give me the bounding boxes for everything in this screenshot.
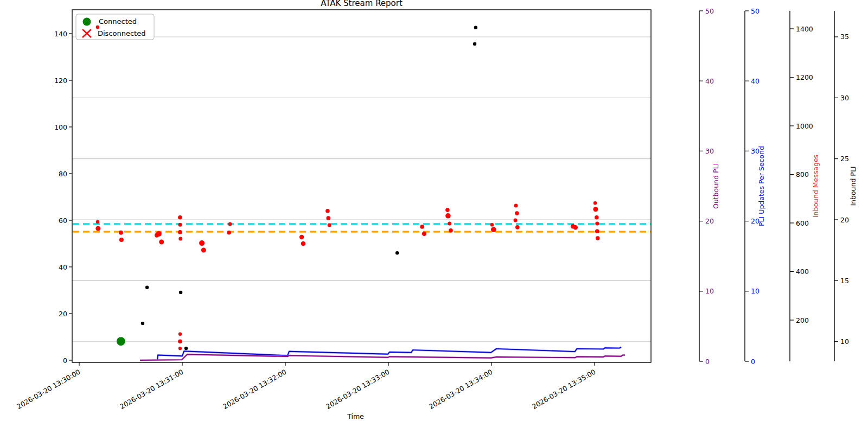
svg-text:1200: 1200 (796, 73, 813, 81)
inbound-pli-scatter (141, 26, 477, 350)
svg-text:Inbound PLI: Inbound PLI (849, 166, 857, 206)
svg-text:50: 50 (751, 7, 760, 15)
svg-text:PLI Updates Per Second: PLI Updates Per Second (757, 146, 765, 226)
outbound-pli-line (140, 354, 625, 360)
svg-text:1400: 1400 (796, 25, 813, 33)
legend-connected-label: Connected (99, 17, 137, 25)
chart-canvas: 0204060801001201402026-03-20 13:30:00202… (0, 0, 868, 434)
svg-text:40: 40 (751, 77, 760, 85)
svg-text:Outbound PLI: Outbound PLI (712, 163, 720, 209)
svg-text:30: 30 (705, 147, 714, 155)
svg-text:1000: 1000 (796, 122, 813, 130)
svg-text:140: 140 (54, 30, 67, 38)
svg-text:40: 40 (59, 263, 67, 271)
y-axis-left: 020406080100120140 (54, 30, 72, 365)
plot-frame (72, 10, 651, 362)
svg-text:100: 100 (54, 123, 67, 131)
right-axis-outbound-pli: 01020304050Outbound PLI (699, 7, 720, 366)
svg-text:20: 20 (840, 216, 849, 224)
svg-text:400: 400 (796, 267, 809, 276)
atak-stream-report-figure: 0204060801001201402026-03-20 13:30:00202… (0, 0, 868, 434)
legend-overlap-dot (96, 25, 99, 29)
svg-text:15: 15 (840, 277, 849, 285)
svg-text:2026-03-20 13:34:00: 2026-03-20 13:34:00 (427, 368, 494, 411)
svg-text:10: 10 (705, 287, 714, 295)
svg-text:25: 25 (840, 155, 849, 163)
svg-text:30: 30 (840, 94, 849, 102)
svg-text:200: 200 (796, 316, 809, 324)
svg-text:0: 0 (751, 358, 755, 366)
x-axis: 2026-03-20 13:30:002026-03-20 13:31:0020… (15, 362, 597, 420)
svg-text:2026-03-20 13:31:00: 2026-03-20 13:31:00 (118, 368, 185, 411)
connected-scatter (117, 337, 125, 346)
svg-text:50: 50 (705, 7, 714, 15)
chart-title: ATAK Stream Report (321, 0, 403, 8)
legend: ConnectedDisconnected (76, 14, 154, 40)
svg-text:20: 20 (59, 310, 67, 318)
inbound-messages-scatter (95, 25, 599, 350)
svg-text:600: 600 (796, 219, 809, 227)
svg-text:800: 800 (796, 170, 809, 178)
svg-text:0: 0 (705, 358, 710, 366)
svg-text:10: 10 (751, 287, 760, 295)
svg-text:2026-03-20 13:30:00: 2026-03-20 13:30:00 (15, 368, 82, 411)
gridlines (72, 37, 651, 342)
svg-text:40: 40 (705, 77, 714, 85)
svg-text:2026-03-20 13:32:00: 2026-03-20 13:32:00 (221, 368, 288, 411)
svg-text:80: 80 (59, 170, 67, 178)
svg-text:35: 35 (840, 33, 849, 41)
x-axis-title: Time (347, 412, 364, 420)
legend-connected-marker (83, 18, 91, 26)
svg-text:2026-03-20 13:35:00: 2026-03-20 13:35:00 (531, 368, 597, 411)
svg-text:20: 20 (705, 217, 714, 225)
right-axis-inbound-pli: 101520253035Inbound PLI (834, 11, 857, 361)
legend-disconnected-label: Disconnected (98, 29, 145, 37)
svg-text:0: 0 (63, 356, 67, 365)
svg-text:2026-03-20 13:33:00: 2026-03-20 13:33:00 (324, 368, 391, 411)
right-axis-inbound-messages: 200400600800100012001400Inbound Messages (790, 11, 820, 361)
svg-text:Inbound Messages: Inbound Messages (812, 155, 820, 218)
right-axis-pli-updates-per-second: 01020304050PLI Updates Per Second (745, 7, 765, 366)
svg-text:10: 10 (840, 337, 849, 346)
svg-text:60: 60 (59, 216, 67, 225)
svg-text:120: 120 (54, 76, 67, 85)
